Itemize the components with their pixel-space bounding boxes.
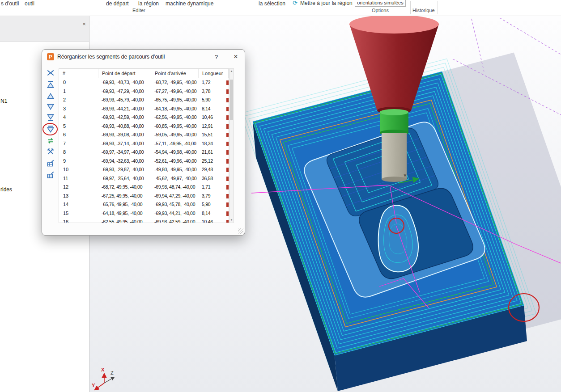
swap-order-button[interactable] <box>45 146 56 157</box>
segment-cell: 10,46 <box>199 113 229 122</box>
segment-cell: 4 <box>59 113 98 122</box>
segment-cell: 10,46 <box>199 218 229 223</box>
segment-row[interactable]: 11-69,97, -25,64, -40,00-45,62, -49,97, … <box>59 174 229 183</box>
move-up-button[interactable] <box>45 91 56 101</box>
segment-cell: -69,93, -39,08, -40,00 <box>98 131 151 139</box>
ribbon-label-selection[interactable]: la sélection <box>259 0 285 7</box>
gnomon-y-label: Y <box>92 383 95 388</box>
column-header-end-point[interactable]: Point d'arrivée <box>151 69 199 78</box>
segments-table-body: 0-69,93, -48,73, -40,00-68,72, -49,95, -… <box>59 78 229 223</box>
ribbon-button-update-region[interactable]: Mettre à jour la région <box>300 0 353 6</box>
segment-cell: -69,94, 47,29, -40,00 <box>151 192 199 201</box>
gnomon-z-label: Z <box>110 370 114 375</box>
panel-header <box>0 16 89 42</box>
renumber-start-icon <box>46 159 55 168</box>
column-header-start-point[interactable]: Point de départ <box>98 69 151 78</box>
column-header-index[interactable]: # <box>59 69 98 78</box>
scrollbar-down-icon[interactable]: ▼ <box>230 218 234 223</box>
scrollbar-up-icon[interactable]: ▲ <box>230 69 234 74</box>
segment-cell: -65,76, 49,95, -40,00 <box>98 200 151 209</box>
segment-cell: -57,11, -49,95, -40,00 <box>151 139 199 148</box>
dialog-resize-grip[interactable] <box>238 228 243 234</box>
swap-endpoints-button[interactable] <box>45 67 56 78</box>
segment-cell: 36,58 <box>199 174 229 183</box>
segment-cell: -64,18, -49,95, -40,00 <box>151 105 199 114</box>
segment-cell: -69,97, -34,97, -40,00 <box>98 148 151 157</box>
segment-row[interactable]: 2-69,93, -45,79, -40,00-65,75, -49,95, -… <box>59 96 229 105</box>
segment-cell: 13 <box>59 192 98 201</box>
ribbon-separator <box>410 1 411 14</box>
renumber-start-button[interactable] <box>45 158 56 169</box>
segment-row[interactable]: 12-68,72, 49,95, -40,00-69,93, 48,74, -4… <box>59 183 229 192</box>
segment-row[interactable]: 13-67,25, 49,95, -40,00-69,94, 47,29, -4… <box>59 192 229 201</box>
renumber-end-button[interactable] <box>45 169 56 180</box>
dialog-title: Réorganiser les segments de parcours d'o… <box>57 54 165 60</box>
move-up-icon <box>46 92 55 101</box>
segment-row[interactable]: 1-69,93, -47,29, -40,00-67,27, -49,96, -… <box>59 87 229 96</box>
move-down-button[interactable] <box>45 101 56 112</box>
segment-row[interactable]: 4-69,93, -42,59, -40,00-62,56, -49,95, -… <box>59 113 229 122</box>
segments-table: # Point de départ Point d'arrivée Longue… <box>59 68 229 223</box>
ribbon-group-options: Options <box>372 8 389 13</box>
panel-close-icon[interactable]: × <box>81 21 88 28</box>
segment-row[interactable]: 7-69,93, -37,14, -40,00-57,11, -49,95, -… <box>59 139 229 148</box>
segment-row[interactable]: 9-69,94, -32,63, -40,00-52,61, -49,96, -… <box>59 157 229 166</box>
segment-cell: 3 <box>59 105 98 114</box>
segment-row[interactable]: 3-69,93, -44,21, -40,00-64,18, -49,95, -… <box>59 105 229 114</box>
segment-row[interactable]: 14-65,76, 49,95, -40,00-69,93, 45,78, -4… <box>59 200 229 209</box>
orientations-dropdown[interactable]: orientations simulées <box>355 0 406 7</box>
table-scrollbar[interactable]: ▲ ▼ <box>229 68 234 223</box>
segment-cell: 5 <box>59 122 98 131</box>
segment-cell: -69,93, -37,14, -40,00 <box>98 139 151 148</box>
clipped-red-fragment <box>226 142 229 146</box>
ribbon-label-dynamic-machine[interactable]: machine dynamique <box>166 0 213 7</box>
clipped-red-fragment <box>226 107 229 111</box>
segment-cell: -68,72, -49,95, -40,00 <box>151 78 199 87</box>
ribbon-label-tool[interactable]: outil <box>25 0 34 7</box>
reverse-direction-button[interactable] <box>45 135 56 146</box>
ribbon-label-toolpaths[interactable]: s d'outil <box>1 0 19 7</box>
panel-clipped-text-rides: rides <box>0 186 12 193</box>
segment-cell: -69,97, -25,64, -40,00 <box>98 174 151 183</box>
ribbon-separator <box>438 1 438 14</box>
segment-cell: 0 <box>59 78 98 87</box>
dialog-close-button[interactable]: × <box>228 50 243 62</box>
segments-table-header: # Point de départ Point d'arrivée Longue… <box>59 69 229 78</box>
segment-row[interactable]: 6-69,93, -39,08, -40,00-59,05, -49,95, -… <box>59 131 229 139</box>
segment-cell: -69,93, -40,88, -40,00 <box>98 122 151 131</box>
ribbon-label-start-point[interactable]: de départ <box>106 0 129 7</box>
clipped-red-fragment <box>226 177 229 181</box>
segment-row[interactable]: 8-69,97, -34,97, -40,00-54,94, -49,98, -… <box>59 148 229 157</box>
segment-cell: -69,93, -44,21, -40,00 <box>98 105 151 114</box>
reorder-segments-dialog: P Réorganiser les segments de parcours d… <box>42 49 245 236</box>
move-to-top-button[interactable] <box>45 79 56 90</box>
segment-row[interactable]: 15-64,18, 49,95, -40,00-69,93, 44,21, -4… <box>59 209 229 218</box>
move-to-bottom-icon <box>46 113 55 122</box>
ribbon-group-history: Historique <box>412 8 435 13</box>
move-to-bottom-button[interactable] <box>45 112 56 123</box>
clipped-red-fragment <box>226 115 229 120</box>
segment-cell: 1,72 <box>199 78 229 87</box>
segment-row[interactable]: 16-62,55, 49,95, -40,00-69,93, 42,59, -4… <box>59 218 229 223</box>
segment-cell: 11 <box>59 174 98 183</box>
scrollbar-thumb[interactable] <box>230 80 233 120</box>
ribbon-label-region[interactable]: la région <box>138 0 159 7</box>
segment-row[interactable]: 5-69,93, -40,88, -40,00-60,85, -49,95, -… <box>59 122 229 131</box>
segment-cell: 14 <box>59 200 98 209</box>
clipped-red-fragment <box>226 80 229 85</box>
segment-cell: 3,78 <box>199 87 229 96</box>
move-to-top-icon <box>46 80 55 89</box>
annotation-circle-toolbar <box>42 123 58 135</box>
segment-cell: 8,14 <box>199 209 229 218</box>
segment-row[interactable]: 10-69,93, -29,87, -40,00-49,80, -49,95, … <box>59 165 229 174</box>
segment-cell: -54,94, -49,98, -40,00 <box>151 148 199 157</box>
segment-cell: -67,25, 49,95, -40,00 <box>98 192 151 201</box>
segment-cell: -45,62, -49,97, -40,00 <box>151 174 199 183</box>
segment-cell: -67,27, -49,96, -40,00 <box>151 87 199 96</box>
dialog-help-button[interactable]: ? <box>212 53 220 61</box>
segment-cell: -69,93, 48,74, -40,00 <box>151 183 199 192</box>
segment-cell: -62,56, -49,95, -40,00 <box>151 113 199 122</box>
column-header-length[interactable]: Longueur <box>199 69 229 78</box>
workplane-axis-label: Y <box>404 173 407 178</box>
segment-row[interactable]: 0-69,93, -48,73, -40,00-68,72, -49,95, -… <box>59 78 229 87</box>
